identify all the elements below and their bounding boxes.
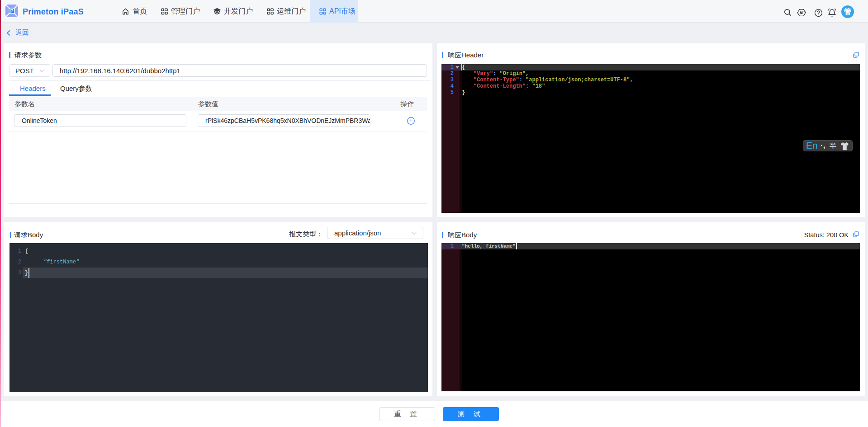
svg-text:P: P bbox=[10, 8, 13, 14]
